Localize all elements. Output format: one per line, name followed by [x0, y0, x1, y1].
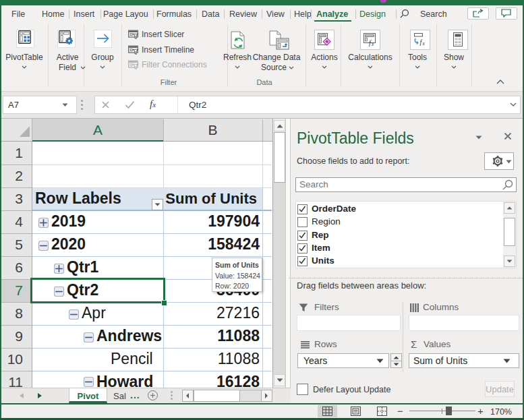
svg-text:x: x: [371, 41, 374, 47]
svg-text:x: x: [422, 40, 426, 47]
